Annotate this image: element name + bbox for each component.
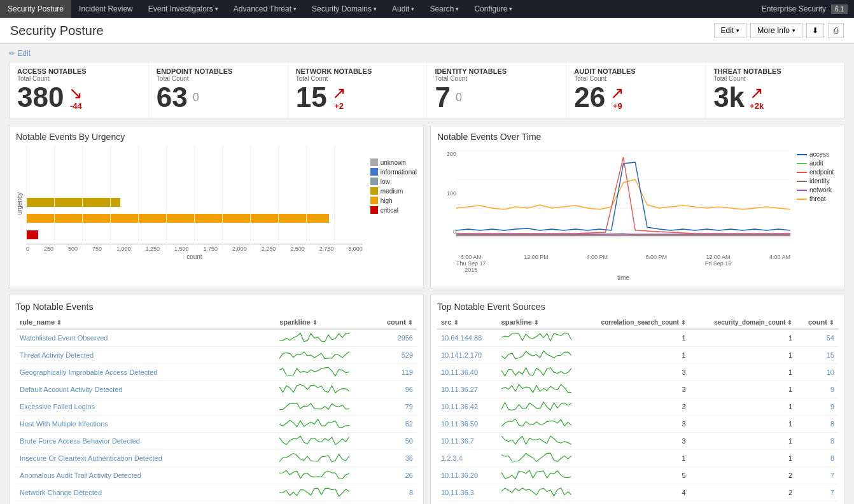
col-count[interactable]: count ⇕ xyxy=(358,316,417,329)
src-link[interactable]: 10.11.36.40 xyxy=(441,368,478,376)
top-notables-title: Top Notable Events xyxy=(16,302,417,312)
more-info-chevron-icon: ▾ xyxy=(792,27,795,34)
table-row: 10.64.144.88 1 1 54 xyxy=(437,329,838,347)
identity-notables-delta: 0 xyxy=(456,91,462,104)
more-info-button[interactable]: More Info ▾ xyxy=(750,23,802,38)
nav-item-event-investigators[interactable]: Event Investigators ▾ xyxy=(141,0,226,18)
bar-chart-legend: unknown informational low medium high cr… xyxy=(370,146,417,260)
edit-button[interactable]: Edit ▾ xyxy=(714,23,747,38)
rule-link[interactable]: Network Change Detected xyxy=(20,489,102,496)
nav-item-security-posture[interactable]: Security Posture xyxy=(0,0,71,18)
nav-item-search[interactable]: Search ▾ xyxy=(422,0,466,18)
nav-item-audit[interactable]: Audit ▾ xyxy=(384,0,422,18)
bar-chart-panel: Notable Events By Urgency urgency xyxy=(9,125,424,288)
notables-pagination: « prev 1 2 next » xyxy=(16,501,417,504)
endpoint-notables: ENDPOINT NOTABLES Total Count 63 0 xyxy=(149,62,288,118)
line-chart-panel: Notable Events Over Time 200 100 0 xyxy=(430,125,845,288)
nav-item-advanced-threat[interactable]: Advanced Threat ▾ xyxy=(226,0,304,18)
access-notables-arrow-icon: ↘ xyxy=(69,85,83,101)
col-sec-domain-count[interactable]: security_domain_count ⇕ xyxy=(690,316,797,329)
threat-notables-label: THREAT NOTABLES xyxy=(713,67,837,75)
rule-link[interactable]: Anomalous Audit Trail Activity Detected xyxy=(20,472,141,479)
src-link[interactable]: 10.11.36.27 xyxy=(441,386,478,393)
rule-link[interactable]: Insecure Or Cleartext Authentication Det… xyxy=(20,454,162,462)
src-link[interactable]: 10.64.144.88 xyxy=(441,334,482,342)
src-link[interactable]: 10.141.2.170 xyxy=(441,351,482,359)
rule-link[interactable]: Threat Activity Detected xyxy=(20,351,94,359)
notables-row: ACCESS NOTABLES Total Count 380 ↘ -44 EN… xyxy=(9,62,845,118)
page-header: Security Posture Edit ▾ More Info ▾ ⬇ ⎙ xyxy=(0,18,854,44)
bar-chart-title: Notable Events By Urgency xyxy=(16,132,417,142)
threat-notables-arrow-icon: ↗ xyxy=(750,85,764,101)
table-row: 10.11.36.40 3 1 10 xyxy=(437,364,838,381)
network-notables-count: 15 xyxy=(296,82,327,113)
src-link[interactable]: 10.11.36.20 xyxy=(441,472,478,479)
print-button[interactable]: ⎙ xyxy=(828,23,844,38)
rule-link[interactable]: Brute Force Access Behavior Detected xyxy=(20,437,140,445)
nav-item-incident-review[interactable]: Incident Review xyxy=(71,0,141,18)
col-corr-count[interactable]: correlation_search_count ⇕ xyxy=(575,316,690,329)
network-notables-arrow-icon: ↗ xyxy=(332,85,346,101)
top-nav: Security Posture Incident Review Event I… xyxy=(0,0,854,18)
rule-link[interactable]: Excessive Failed Logins xyxy=(20,403,95,410)
src-link[interactable]: 10.11.36.42 xyxy=(441,403,478,410)
table-row: Insecure Or Cleartext Authentication Det… xyxy=(16,450,417,467)
bar-chart-xlabel: count xyxy=(26,253,363,260)
top-sources-title: Top Notable Event Sources xyxy=(437,302,838,312)
audit-notables-count: 26 xyxy=(574,82,605,113)
nav-item-configure[interactable]: Configure ▾ xyxy=(466,0,520,18)
page-title: Security Posture xyxy=(10,24,714,38)
endpoint-notables-count: 63 xyxy=(157,82,188,113)
bar-low xyxy=(26,181,363,192)
table-row: Threat Activity Detected 529 xyxy=(16,347,417,364)
bar-high xyxy=(26,213,363,224)
threat-notables: THREAT NOTABLES Total Count 3k ↗ +2k xyxy=(706,62,844,118)
col-src-count[interactable]: count ⇕ xyxy=(796,316,838,329)
table-row: Network Change Detected 8 xyxy=(16,484,417,501)
src-link[interactable]: 10.11.36.50 xyxy=(441,420,478,428)
line-chart-xlabel: time xyxy=(456,274,790,281)
rule-link[interactable]: Default Account Activity Detected xyxy=(20,386,122,393)
nav-item-security-domains[interactable]: Security Domains ▾ xyxy=(304,0,384,18)
download-button[interactable]: ⬇ xyxy=(806,23,824,38)
col-sparkline[interactable]: sparkline ⇕ xyxy=(276,316,358,329)
table-row: 10.11.36.7 3 1 8 xyxy=(437,433,838,450)
table-row: 1.2.3.4 1 1 8 xyxy=(437,450,838,467)
src-link[interactable]: 1.2.3.4 xyxy=(441,454,463,462)
table-row: Brute Force Access Behavior Detected 50 xyxy=(16,433,417,450)
audit-notables: AUDIT NOTABLES Total Count 26 ↗ +9 xyxy=(566,62,706,118)
edit-label: Edit xyxy=(721,26,734,35)
table-row: Host With Multiple Infections 62 xyxy=(16,416,417,433)
table-row: 10.11.36.42 3 1 9 xyxy=(437,398,838,416)
src-link[interactable]: 10.11.36.3 xyxy=(441,489,474,496)
table-row: Watchlisted Event Observed 2956 xyxy=(16,329,417,347)
bar-critical xyxy=(26,229,363,241)
rule-link[interactable]: Watchlisted Event Observed xyxy=(20,334,108,342)
line-chart-title: Notable Events Over Time xyxy=(437,132,838,142)
rule-link[interactable]: Host With Multiple Infections xyxy=(20,420,108,428)
version-badge: 6.1 xyxy=(831,4,848,14)
src-link[interactable]: 10.11.36.7 xyxy=(441,437,474,445)
table-row: Anomalous Audit Trail Activity Detected … xyxy=(16,467,417,484)
col-src[interactable]: src ⇕ xyxy=(437,316,498,329)
endpoint-notables-label: ENDPOINT NOTABLES xyxy=(157,67,280,75)
col-rule-name[interactable]: rule_name ⇕ xyxy=(16,316,276,329)
identity-notables-sub: Total Count xyxy=(435,75,558,82)
network-notables: NETWORK NOTABLES Total Count 15 ↗ +2 xyxy=(288,62,428,118)
endpoint-notables-delta: 0 xyxy=(193,91,199,104)
table-row: Default Account Activity Detected 96 xyxy=(16,381,417,398)
access-notables-delta: -44 xyxy=(70,101,82,111)
enterprise-security-label: Enterprise Security xyxy=(762,4,826,13)
access-notables-count: 380 xyxy=(17,82,64,113)
edit-link[interactable]: ✏ Edit xyxy=(9,49,31,58)
audit-notables-delta: +9 xyxy=(613,101,622,111)
more-info-label: More Info xyxy=(757,26,790,35)
col-src-sparkline[interactable]: sparkline ⇕ xyxy=(498,316,575,329)
network-notables-label: NETWORK NOTABLES xyxy=(296,67,419,75)
table-row: Geographically Improbable Access Detecte… xyxy=(16,364,417,381)
table-row: Excessive Failed Logins 79 xyxy=(16,398,417,416)
rule-link[interactable]: Geographically Improbable Access Detecte… xyxy=(20,368,157,376)
bar-informational xyxy=(26,164,363,176)
threat-notables-delta: +2k xyxy=(750,101,764,111)
identity-notables-label: IDENTITY NOTABLES xyxy=(435,67,558,75)
